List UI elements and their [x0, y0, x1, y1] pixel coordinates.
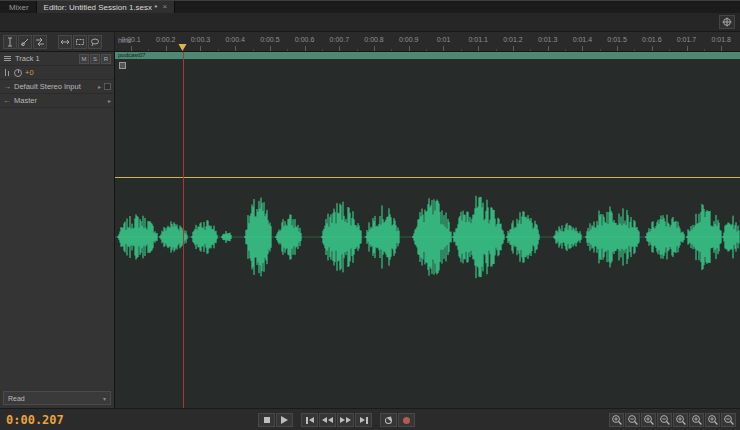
output-arrow-icon: ←: [3, 97, 11, 105]
ruler-label: 0:00.9: [399, 36, 418, 43]
fast-forward-button[interactable]: [337, 413, 354, 427]
stop-icon: [264, 417, 270, 423]
zoom-in-horizontal-button[interactable]: [609, 413, 624, 427]
move-tool-button[interactable]: [58, 35, 72, 49]
input-selector[interactable]: Default Stereo Input: [14, 82, 81, 91]
zoom-in-vertical-button[interactable]: [641, 413, 656, 427]
zoom-to-out-point-button[interactable]: [689, 413, 704, 427]
mute-button[interactable]: M: [79, 54, 89, 64]
go-to-start-icon: [306, 417, 308, 424]
volume-knob[interactable]: [14, 69, 22, 77]
zoom-out-horizontal-icon: [627, 414, 639, 426]
transport-bar: 0:00.207: [0, 408, 740, 430]
zoom-to-selection-icon: [707, 414, 719, 426]
ruler-label: 0:01.7: [677, 36, 696, 43]
go-to-end-icon: [360, 417, 365, 423]
track-panel-empty-area: [0, 108, 114, 389]
zoom-to-in-point-icon: [675, 414, 687, 426]
record-button[interactable]: [398, 413, 415, 427]
ruler-label: 0:00.3: [191, 36, 210, 43]
panel-tab-bar: Mixer Editor: Untitled Session 1.sesx * …: [0, 0, 740, 13]
ruler-label: 0:00.6: [295, 36, 314, 43]
volume-envelope-line[interactable]: [115, 177, 740, 178]
toolbar-ruler-row: hms 0:00.10:00.20:00.30:00.40:00.50:00.6…: [0, 32, 740, 52]
meter-icon: [3, 68, 11, 77]
loop-playback-button[interactable]: [380, 413, 397, 427]
tab-editor[interactable]: Editor: Untitled Session 1.sesx * ×: [36, 1, 176, 13]
arm-record-button[interactable]: R: [101, 54, 111, 64]
input-arrow-icon: →: [3, 83, 11, 91]
razor-tool-button[interactable]: [18, 35, 32, 49]
output-selector[interactable]: Master: [14, 96, 37, 105]
ruler-label: 0:00.7: [330, 36, 349, 43]
move-tool-icon: [60, 37, 70, 47]
track-input-row: → Default Stereo Input ▸: [0, 80, 114, 94]
loop-icon: [385, 417, 392, 424]
close-icon[interactable]: ×: [162, 3, 167, 11]
timeline-area[interactable]: podcast07: [115, 52, 740, 408]
waveform-path: [118, 196, 739, 278]
snap-icon: [722, 17, 732, 27]
ruler-label: 0:01.3: [538, 36, 557, 43]
ruler-label: 0:01.8: [712, 36, 731, 43]
track-icon: [3, 54, 12, 63]
zoom-out-horizontal-button[interactable]: [625, 413, 640, 427]
chevron-down-icon: ▾: [103, 395, 106, 402]
record-icon: [403, 417, 410, 424]
rewind-button[interactable]: [319, 413, 336, 427]
tab-editor-label: Editor: Untitled Session 1.sesx *: [44, 3, 158, 12]
ruler-label: 0:00.5: [260, 36, 279, 43]
tab-mixer-label: Mixer: [9, 3, 29, 12]
time-selection-tool-button[interactable]: [3, 35, 17, 49]
time-display[interactable]: 0:00.207: [6, 413, 64, 427]
transport-controls: [258, 413, 415, 427]
chevron-right-icon[interactable]: ▸: [98, 83, 101, 90]
lasso-tool-button[interactable]: [88, 35, 102, 49]
fast-forward-icon: [340, 417, 345, 423]
zoom-to-in-point-button[interactable]: [673, 413, 688, 427]
chevron-right-icon[interactable]: ▸: [108, 97, 111, 104]
multitrack-main: Track 1 M S R +0 → Default Stereo Input …: [0, 52, 740, 408]
input-monitor-checkbox[interactable]: [104, 83, 111, 90]
play-icon: [281, 416, 288, 424]
zoom-out-full-icon: [723, 414, 735, 426]
track-output-row: ← Master ▸: [0, 94, 114, 108]
play-button[interactable]: [276, 413, 293, 427]
ruler-label: 0:01.6: [642, 36, 661, 43]
ruler-label: 0:01.5: [607, 36, 626, 43]
ruler-label: 0:01.2: [503, 36, 522, 43]
zoom-to-selection-button[interactable]: [705, 413, 720, 427]
zoom-in-horizontal-icon: [611, 414, 623, 426]
slip-tool-button[interactable]: [33, 35, 47, 49]
go-to-end-button[interactable]: [355, 413, 372, 427]
zoom-out-full-button[interactable]: [721, 413, 736, 427]
zoom-in-vertical-icon: [643, 414, 655, 426]
rewind-icon: [322, 417, 327, 423]
lasso-tool-icon: [90, 37, 100, 47]
slip-tool-icon: [35, 37, 45, 47]
zoom-controls: [609, 413, 736, 427]
razor-tool-icon: [20, 37, 30, 47]
stop-button[interactable]: [258, 413, 275, 427]
waveform[interactable]: [115, 52, 740, 408]
zoom-out-vertical-icon: [659, 414, 671, 426]
editor-toolbar: [0, 32, 115, 51]
snap-toggle-button[interactable]: [719, 15, 735, 29]
audition-window: Mixer Editor: Untitled Session 1.sesx * …: [0, 0, 740, 430]
playhead-line[interactable]: [183, 52, 184, 408]
track-header-panel: Track 1 M S R +0 → Default Stereo Input …: [0, 52, 115, 408]
marquee-tool-button[interactable]: [73, 35, 87, 49]
ruler-label: 0:01.4: [573, 36, 592, 43]
solo-button[interactable]: S: [90, 54, 100, 64]
volume-value[interactable]: +0: [25, 68, 34, 77]
go-to-start-button[interactable]: [301, 413, 318, 427]
timeline-ruler[interactable]: hms 0:00.10:00.20:00.30:00.40:00.50:00.6…: [115, 32, 740, 51]
time-selection-tool-icon: [5, 37, 15, 47]
ruler-label: 0:01: [437, 36, 451, 43]
tab-mixer[interactable]: Mixer: [2, 1, 36, 13]
ruler-label: 0:00.4: [225, 36, 244, 43]
automation-mode-select[interactable]: Read ▾: [3, 391, 111, 405]
editor-panel-header: [0, 13, 740, 32]
track-name[interactable]: Track 1: [15, 54, 40, 63]
zoom-out-vertical-button[interactable]: [657, 413, 672, 427]
